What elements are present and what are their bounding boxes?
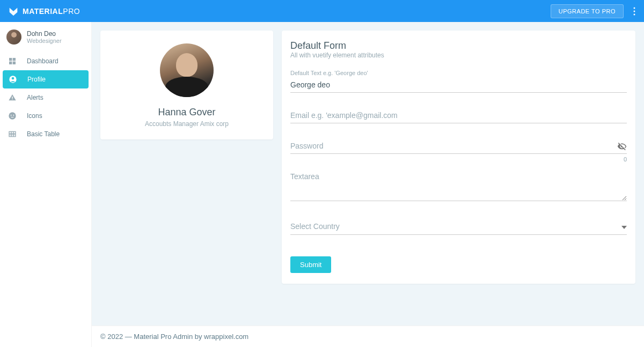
dashboard-icon — [8, 56, 17, 66]
account-icon — [8, 75, 18, 84]
sidebar-item-basic-table[interactable]: Basic Table — [0, 125, 91, 143]
svg-rect-6 — [13, 62, 16, 64]
profile-title: Accoubts Manager Amix corp — [109, 120, 265, 128]
country-select[interactable]: Select Country — [290, 218, 627, 235]
svg-point-11 — [9, 112, 16, 119]
sidebar-item-label: Alerts — [27, 94, 43, 101]
form-subheading: All with vuetify element attributes — [290, 51, 627, 59]
svg-point-13 — [13, 115, 14, 116]
svg-rect-5 — [9, 62, 12, 64]
password-input[interactable] — [290, 138, 627, 154]
sidebar: Dohn Deo Webdesigner Dashboard Profile A… — [0, 22, 92, 347]
profile-name: Hanna Gover — [109, 107, 265, 118]
brand-logo-icon — [8, 5, 19, 17]
name-field-wrapper: Default Text e.g. 'George deo' — [290, 70, 627, 93]
password-counter: 0 — [624, 156, 627, 163]
svg-point-12 — [11, 115, 12, 116]
user-avatar-small — [6, 29, 21, 45]
textarea-input[interactable] — [290, 169, 627, 201]
user-name: Dohn Deo — [27, 30, 62, 38]
upgrade-button[interactable]: UPGRADE TO PRO — [551, 4, 624, 18]
sidebar-item-label: Icons — [27, 112, 42, 120]
svg-rect-3 — [9, 58, 12, 61]
topbar-actions: UPGRADE TO PRO — [551, 4, 639, 18]
footer: © 2022 — Material Pro Admin by wrappixel… — [92, 326, 644, 347]
user-role: Webdesigner — [27, 38, 62, 44]
sidebar-user[interactable]: Dohn Deo Webdesigner — [0, 22, 91, 52]
svg-point-10 — [12, 99, 12, 100]
alert-icon — [8, 93, 17, 102]
svg-point-2 — [634, 13, 635, 15]
brand-name: MATERIALPRO — [23, 7, 80, 16]
more-vert-icon[interactable] — [630, 6, 639, 17]
topbar: MATERIALPRO UPGRADE TO PRO — [0, 0, 644, 22]
profile-avatar — [160, 43, 214, 97]
form-heading: Default Form — [290, 40, 627, 51]
sidebar-item-label: Basic Table — [27, 130, 60, 138]
name-label: Default Text e.g. 'George deo' — [290, 70, 627, 76]
sidebar-item-alerts[interactable]: Alerts — [0, 88, 91, 107]
select-label: Select Country — [290, 222, 340, 231]
submit-button[interactable]: Submit — [290, 256, 331, 273]
name-input[interactable] — [290, 77, 627, 93]
brand-logo[interactable]: MATERIALPRO — [8, 5, 80, 17]
main-content: Hanna Gover Accoubts Manager Amix corp D… — [92, 22, 644, 347]
chevron-down-icon — [621, 222, 627, 231]
password-field-wrapper: 0 — [290, 138, 627, 154]
sidebar-item-icons[interactable]: Icons — [0, 107, 91, 125]
table-icon — [8, 129, 17, 139]
profile-card: Hanna Gover Accoubts Manager Amix corp — [100, 31, 273, 139]
textarea-field-wrapper — [290, 169, 627, 203]
email-field-wrapper — [290, 108, 627, 123]
svg-rect-14 — [9, 131, 16, 136]
sidebar-item-label: Dashboard — [27, 57, 58, 65]
svg-rect-9 — [12, 97, 12, 99]
footer-text: © 2022 — Material Pro Admin by wrappixel… — [100, 333, 248, 341]
sidebar-item-profile[interactable]: Profile — [3, 70, 89, 88]
email-input[interactable] — [290, 108, 627, 123]
svg-point-0 — [634, 7, 635, 9]
svg-point-1 — [634, 10, 635, 12]
visibility-off-icon[interactable] — [617, 142, 627, 153]
svg-rect-4 — [13, 58, 16, 61]
sidebar-item-dashboard[interactable]: Dashboard — [0, 52, 91, 70]
sidebar-item-label: Profile — [27, 76, 46, 83]
emoji-icon — [8, 111, 17, 121]
form-card: Default Form All with vuetify element at… — [282, 31, 635, 284]
svg-point-8 — [12, 77, 14, 80]
